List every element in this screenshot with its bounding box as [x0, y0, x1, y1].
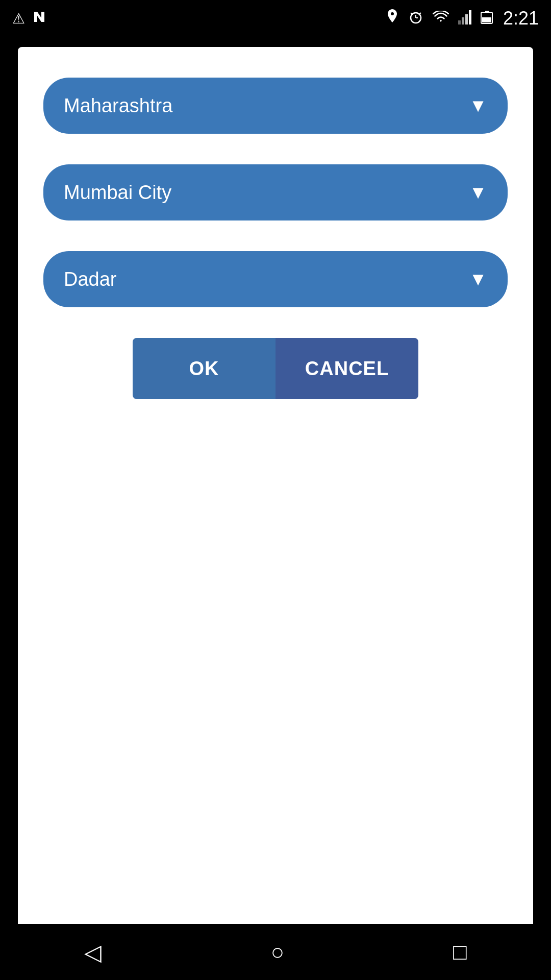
svg-marker-0 — [34, 12, 44, 22]
bottom-nav: ◁ ○ □ — [0, 924, 551, 980]
action-buttons: OK CANCEL — [43, 338, 508, 399]
cancel-button[interactable]: CANCEL — [276, 338, 418, 399]
state-dropdown-arrow-icon: ▼ — [469, 95, 487, 116]
wifi-icon — [433, 11, 449, 26]
svg-line-5 — [419, 13, 421, 15]
svg-rect-8 — [465, 14, 468, 24]
back-button[interactable]: ◁ — [84, 939, 102, 965]
signal-icon — [458, 10, 471, 27]
svg-rect-6 — [458, 20, 461, 24]
ok-button[interactable]: OK — [133, 338, 276, 399]
svg-line-4 — [411, 13, 413, 15]
status-left-icons: ⚠ — [12, 10, 46, 28]
area-dropdown-label: Dadar — [64, 268, 117, 290]
svg-rect-11 — [485, 11, 489, 13]
area-dropdown[interactable]: Dadar ▼ — [43, 251, 508, 307]
area-dropdown-arrow-icon: ▼ — [469, 268, 487, 290]
svg-rect-12 — [482, 17, 491, 22]
state-dropdown[interactable]: Maharashtra ▼ — [43, 78, 508, 134]
n-icon — [32, 10, 46, 28]
svg-rect-9 — [469, 10, 471, 24]
main-card: Maharashtra ▼ Mumbai City ▼ Dadar ▼ OK C… — [18, 47, 533, 945]
location-icon — [386, 9, 399, 28]
city-dropdown[interactable]: Mumbai City ▼ — [43, 164, 508, 220]
status-time: 2:21 — [503, 8, 539, 29]
city-dropdown-arrow-icon: ▼ — [469, 182, 487, 203]
alarm-icon — [408, 10, 423, 27]
status-right-icons: 2:21 — [386, 8, 539, 29]
svg-rect-7 — [462, 17, 464, 24]
state-dropdown-label: Maharashtra — [64, 95, 172, 117]
warning-icon: ⚠ — [12, 10, 25, 27]
city-dropdown-label: Mumbai City — [64, 182, 171, 204]
battery-icon — [481, 10, 494, 27]
home-button[interactable]: ○ — [270, 939, 284, 965]
recent-apps-button[interactable]: □ — [453, 939, 467, 965]
status-bar: ⚠ — [0, 0, 551, 37]
